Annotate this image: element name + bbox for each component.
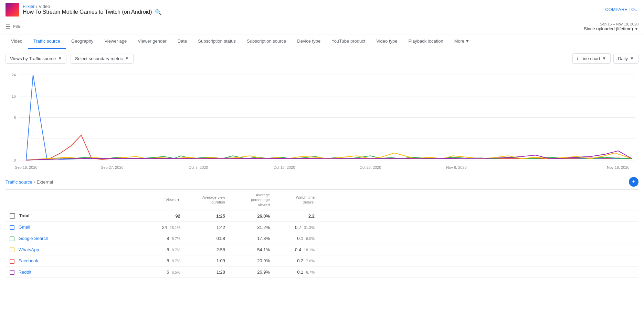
row-wt-pct: 18.1% — [304, 248, 315, 252]
tab-more[interactable]: More ▼ — [449, 34, 475, 49]
row-views: 24 26.1% — [143, 222, 184, 233]
row-wt: 0.4 18.1% — [274, 244, 319, 255]
col-header-spacer — [319, 190, 638, 210]
secondary-metric-label: Select secondary metric — [75, 56, 123, 61]
chart-type-dropdown[interactable]: / Line chart ▼ — [572, 53, 611, 64]
row-source-name[interactable]: WhatsApp — [19, 247, 39, 252]
col-header-views[interactable]: Views ▼ — [143, 190, 184, 210]
total-apv: 26.0% — [229, 210, 274, 222]
row-views-pct: 8.7% — [172, 236, 180, 241]
table-breadcrumb-source[interactable]: Traffic source — [6, 179, 32, 185]
row-views: 8 8.7% — [143, 233, 184, 244]
svg-text:24: 24 — [12, 73, 16, 77]
row-color-swatch[interactable] — [10, 270, 14, 275]
table-breadcrumb: Traffic source › External — [6, 179, 626, 185]
chart-area: 24 16 8 0 Sep 16, 2020 Sep 27, 2020 Oct … — [0, 68, 644, 174]
row-avd: 1:28 — [184, 266, 229, 278]
filter-icon[interactable]: ☰ — [6, 23, 10, 30]
total-checkbox[interactable] — [10, 213, 15, 219]
svg-text:16: 16 — [12, 94, 16, 98]
svg-text:Nov 18, 2020: Nov 18, 2020 — [607, 165, 629, 169]
filter-placeholder: Filter — [13, 24, 23, 29]
breadcrumb-channel[interactable]: Flixier — [23, 4, 35, 9]
video-thumbnail — [6, 3, 19, 16]
tab-youtube-product[interactable]: YouTube product — [326, 34, 371, 49]
video-title-bar: How To Stream Mobile Games to Twitch (on… — [23, 9, 162, 15]
row-color-swatch[interactable] — [10, 248, 14, 252]
date-range-selector[interactable]: Since uploaded (lifetime) ▼ — [584, 26, 638, 31]
row-wt: 0.1 6.0% — [274, 233, 319, 244]
time-period-label: Daily — [618, 56, 628, 61]
table-row-total: Total 92 1:25 26.0% 2.2 — [6, 210, 638, 222]
col-header-wt[interactable]: Watch time(hours) — [274, 190, 319, 210]
total-label: Total — [6, 210, 143, 222]
chevron-down-icon: ▼ — [630, 56, 634, 61]
svg-text:8: 8 — [14, 116, 16, 120]
row-color-swatch[interactable] — [10, 236, 14, 241]
col-header-avd[interactable]: Average viewduration — [184, 190, 229, 210]
svg-text:0: 0 — [14, 158, 16, 162]
breadcrumb-page: Video — [39, 4, 50, 9]
tab-playback-location[interactable]: Playback location — [403, 34, 448, 49]
tab-device-type[interactable]: Device type — [292, 34, 326, 49]
tab-viewer-age[interactable]: Viewer age — [99, 34, 132, 49]
table-breadcrumb-page: External — [36, 179, 53, 185]
filter-left: ☰ Filter — [6, 23, 23, 30]
row-color-swatch[interactable] — [10, 259, 14, 264]
tab-geography[interactable]: Geography — [66, 34, 99, 49]
svg-text:Nov 8, 2020: Nov 8, 2020 — [446, 165, 466, 169]
secondary-metric-dropdown[interactable]: Select secondary metric ▼ — [71, 54, 134, 64]
table-breadcrumb-arrow: › — [34, 179, 35, 185]
row-apv: 54.1% — [229, 244, 274, 255]
tab-video-type[interactable]: Video type — [371, 34, 403, 49]
tab-traffic-source[interactable]: Traffic source — [28, 34, 66, 49]
tab-date[interactable]: Date — [172, 34, 192, 49]
row-spacer — [319, 255, 638, 267]
row-views: 8 8.7% — [143, 255, 184, 267]
svg-text:Sep 16, 2020: Sep 16, 2020 — [15, 165, 37, 169]
row-name-cell: Reddit — [6, 266, 143, 278]
tab-subscription-source[interactable]: Subscription source — [241, 34, 292, 49]
compare-button[interactable]: COMPARE TO... — [605, 7, 638, 12]
row-color-swatch[interactable] — [10, 225, 14, 230]
row-spacer — [319, 222, 638, 233]
time-period-dropdown[interactable]: Daily ▼ — [613, 54, 638, 64]
row-spacer — [319, 266, 638, 278]
tab-viewer-gender[interactable]: Viewer gender — [132, 34, 172, 49]
row-source-name[interactable]: Facebook — [19, 258, 38, 263]
nav-tabs: Video Traffic source Geography Viewer ag… — [0, 34, 644, 49]
row-source-name[interactable]: Gmail — [19, 224, 30, 230]
table-section: Traffic source › External + Views ▼ Aver… — [0, 174, 644, 278]
row-source-name[interactable]: Reddit — [19, 270, 32, 275]
breadcrumb: Flixier / Video — [23, 4, 162, 9]
chevron-down-icon: ▼ — [58, 56, 62, 61]
add-column-button[interactable]: + — [629, 177, 638, 187]
chart-type-label: Line chart — [580, 56, 600, 61]
row-views-pct: 8.7% — [172, 248, 180, 252]
filter-bar: ☰ Filter Sep 16 – Nov 18, 2020 Since upl… — [0, 19, 644, 34]
primary-metric-dropdown[interactable]: Views by Traffic source ▼ — [6, 54, 66, 64]
search-icon[interactable]: 🔍 — [155, 9, 162, 15]
table-row: Facebook 8 8.7% 1:09 20.9% 0.2 7.0% — [6, 255, 638, 267]
total-spacer — [319, 210, 638, 222]
table-row: WhatsApp 8 8.7% 2:58 54.1% 0.4 18.1% — [6, 244, 638, 255]
row-source-name[interactable]: Google Search — [19, 236, 49, 241]
total-avd: 1:25 — [184, 210, 229, 222]
top-header: Flixier / Video How To Stream Mobile Gam… — [0, 0, 644, 19]
row-name-cell: Facebook — [6, 255, 143, 267]
row-apv: 17.8% — [229, 233, 274, 244]
table-row: Google Search 8 8.7% 0:58 17.8% 0.1 6.0% — [6, 233, 638, 244]
row-views-pct: 8.7% — [172, 259, 180, 263]
row-spacer — [319, 233, 638, 244]
primary-metric-label: Views by Traffic source — [10, 56, 56, 61]
row-apv: 26.9% — [229, 266, 274, 278]
col-header-apv[interactable]: Averagepercentageviewed — [229, 190, 274, 210]
row-name-cell: WhatsApp — [6, 244, 143, 255]
row-name-cell: Google Search — [6, 233, 143, 244]
chart-svg: 24 16 8 0 Sep 16, 2020 Sep 27, 2020 Oct … — [6, 68, 638, 174]
tab-subscription-status[interactable]: Subscription status — [192, 34, 241, 49]
row-views: 8 8.7% — [143, 244, 184, 255]
tab-video[interactable]: Video — [6, 34, 28, 49]
line-chart-icon: / — [577, 56, 578, 61]
table-row: Reddit 6 6.5% 1:28 26.9% 0.1 6.7% — [6, 266, 638, 278]
